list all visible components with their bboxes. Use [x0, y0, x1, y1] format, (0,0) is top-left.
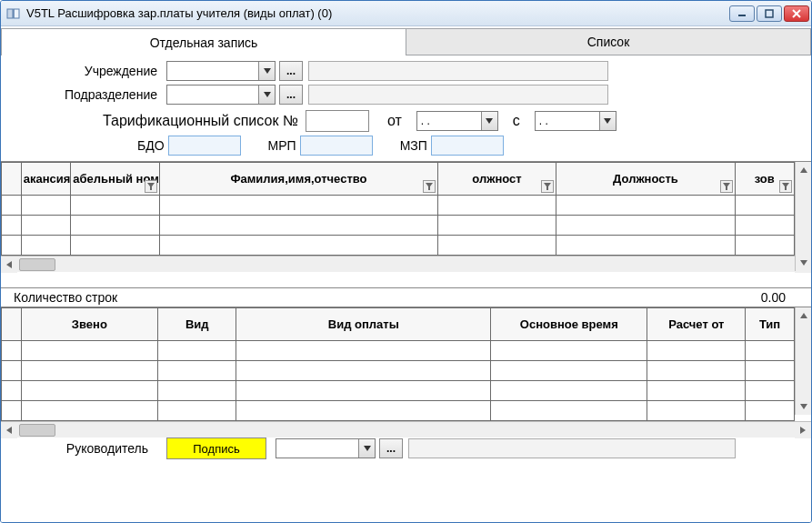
label-tariff-list: Тарификационный список № — [103, 113, 298, 129]
svg-rect-1 — [14, 9, 19, 18]
row-marker-header — [2, 308, 22, 341]
table-row[interactable] — [2, 341, 795, 361]
col-position-short[interactable]: олжност — [437, 163, 556, 196]
institution-display — [308, 61, 608, 81]
hscrollbar[interactable] — [1, 256, 811, 272]
svg-marker-14 — [723, 183, 730, 190]
window-title: V5TL Расшифровка зар.платы учителя (виды… — [26, 6, 727, 20]
svg-marker-7 — [264, 68, 271, 74]
table-row[interactable] — [2, 196, 795, 216]
department-combo[interactable] — [166, 85, 276, 105]
scroll-up-icon[interactable] — [796, 162, 812, 178]
tab-list[interactable]: Список — [406, 28, 811, 55]
svg-rect-0 — [7, 9, 13, 18]
svg-marker-16 — [800, 167, 807, 173]
chevron-down-icon[interactable] — [358, 439, 375, 458]
svg-marker-23 — [800, 427, 806, 434]
filter-icon[interactable] — [145, 180, 157, 193]
row-count-label: Количество строк — [14, 290, 117, 305]
grid-employees-table[interactable]: акансия абельный номер Фамилия,имя,отчес… — [1, 162, 795, 256]
content: Отдельная запись Список Учреждение ... П… — [1, 26, 811, 522]
svg-marker-22 — [6, 427, 12, 434]
col-type[interactable]: Тип — [746, 308, 795, 341]
app-icon — [6, 6, 21, 21]
grid-payments-table[interactable]: Звено Вид Вид оплаты Основное время Расч… — [1, 307, 795, 421]
filter-icon[interactable] — [779, 180, 792, 193]
hscroll-thumb[interactable] — [19, 258, 55, 271]
col-link[interactable]: Звено — [21, 308, 158, 341]
svg-marker-24 — [364, 446, 371, 451]
col-kind[interactable]: Вид — [158, 308, 236, 341]
scroll-right-icon[interactable] — [795, 422, 811, 438]
scroll-left-icon[interactable] — [1, 422, 17, 438]
tabs: Отдельная запись Список — [1, 28, 811, 55]
table-row[interactable] — [2, 381, 795, 401]
label-manager: Руководитель — [12, 441, 166, 456]
scroll-down-icon[interactable] — [796, 398, 812, 415]
since-date-combo[interactable]: . . — [535, 111, 617, 131]
tab-record[interactable]: Отдельная запись — [1, 28, 406, 55]
form-area: Учреждение ... Подразделение — [1, 55, 811, 161]
chevron-down-icon[interactable] — [258, 85, 275, 104]
vscrollbar[interactable] — [795, 307, 811, 415]
institution-combo[interactable] — [166, 61, 276, 81]
manager-display — [408, 438, 736, 458]
label-mzp: МЗП — [400, 138, 427, 153]
row-marker-header — [2, 163, 22, 196]
svg-marker-17 — [800, 260, 807, 266]
svg-marker-12 — [426, 183, 433, 190]
minimize-button[interactable] — [729, 5, 755, 22]
grid-employees: акансия абельный номер Фамилия,имя,отчес… — [1, 161, 811, 288]
chevron-down-icon[interactable] — [599, 112, 616, 130]
manager-browse-button[interactable]: ... — [379, 438, 403, 458]
close-button[interactable] — [784, 5, 809, 22]
col-calc-from[interactable]: Расчет от — [647, 308, 746, 341]
col-fio[interactable]: Фамилия,имя,отчество — [160, 163, 437, 196]
institution-browse-button[interactable]: ... — [279, 61, 303, 81]
filter-icon[interactable] — [423, 180, 436, 193]
svg-marker-20 — [800, 313, 807, 318]
svg-marker-9 — [486, 118, 493, 124]
row-count-value: 0.00 — [761, 290, 786, 305]
tariff-number-input[interactable] — [306, 110, 369, 132]
svg-marker-18 — [6, 261, 12, 268]
svg-marker-21 — [800, 404, 807, 409]
table-row[interactable] — [2, 361, 795, 381]
col-suffix[interactable]: зов — [735, 163, 794, 196]
table-row[interactable] — [2, 236, 795, 256]
svg-marker-10 — [604, 118, 611, 124]
svg-marker-8 — [264, 92, 271, 97]
filter-icon[interactable] — [541, 180, 554, 193]
hscroll-thumb[interactable] — [19, 424, 55, 437]
svg-marker-13 — [544, 183, 551, 190]
svg-rect-4 — [766, 10, 773, 17]
table-row[interactable] — [2, 216, 795, 236]
sign-button[interactable]: Подпись — [166, 438, 266, 459]
mzp-value — [431, 136, 504, 156]
manager-combo[interactable] — [276, 438, 376, 458]
chevron-down-icon[interactable] — [481, 112, 497, 130]
row-count-bar: Количество строк 0.00 — [1, 288, 811, 307]
label-bdo: БДО — [137, 138, 165, 153]
col-paytype[interactable]: Вид оплаты — [236, 308, 491, 341]
chevron-down-icon[interactable] — [258, 62, 275, 80]
maximize-button[interactable] — [757, 5, 782, 22]
col-tabno[interactable]: абельный номер — [71, 163, 160, 196]
svg-marker-11 — [147, 183, 155, 190]
hscrollbar[interactable] — [1, 421, 811, 438]
col-maintime[interactable]: Основное время — [491, 308, 647, 341]
vscrollbar[interactable] — [795, 162, 811, 271]
bdo-value — [168, 136, 241, 156]
scroll-up-icon[interactable] — [796, 307, 812, 324]
col-vacancy[interactable]: акансия — [21, 163, 71, 196]
grid-payments: Звено Вид Вид оплаты Основное время Расч… — [1, 307, 811, 432]
scroll-left-icon[interactable] — [1, 256, 17, 273]
table-row[interactable] — [2, 401, 795, 421]
svg-marker-15 — [782, 183, 789, 190]
filter-icon[interactable] — [720, 180, 733, 193]
col-position[interactable]: Должность — [556, 163, 735, 196]
scroll-down-icon[interactable] — [796, 255, 812, 271]
department-display — [308, 85, 608, 105]
from-date-combo[interactable]: . . — [416, 111, 498, 131]
department-browse-button[interactable]: ... — [279, 85, 303, 105]
